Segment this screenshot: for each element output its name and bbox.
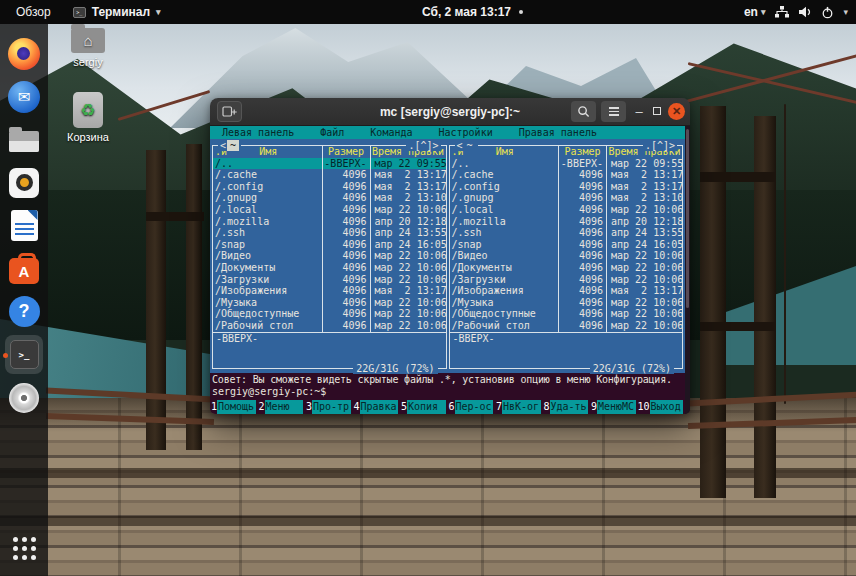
maximize-icon <box>653 107 661 115</box>
file-row[interactable]: /.. -ВВЕРХ- мар 22 09:55 <box>213 158 446 170</box>
dock-item-firefox[interactable] <box>2 32 46 75</box>
function-key-button[interactable]: 4 Правка <box>353 400 401 414</box>
show-applications-button[interactable] <box>2 527 46 570</box>
app-menu[interactable]: >_ Терминал ▾ <box>73 5 161 19</box>
bridge-crossbar <box>700 172 776 182</box>
new-tab-button[interactable] <box>217 101 242 122</box>
home-folder-label: sergiy <box>56 56 120 68</box>
current-dir-tab[interactable]: ~ <box>464 140 476 151</box>
file-row[interactable]: /Изображения 4096 мая 2 13:17 <box>213 285 446 297</box>
file-row[interactable]: /Загрузки 4096 мар 22 10:06 <box>213 274 446 286</box>
function-key-button[interactable]: 9 МенюМС <box>590 400 638 414</box>
bridge-crossbar <box>700 322 776 331</box>
trash-icon: ♻ <box>73 92 103 128</box>
close-button[interactable]: ✕ <box>668 103 685 120</box>
file-row[interactable]: /Рабочий стол 4096 мар 22 10:06 <box>450 320 683 332</box>
dock-item-ubuntu-software[interactable]: A <box>2 247 46 290</box>
file-list: /.. -ВВЕРХ- мар 22 09:55 /.cache 4096 ма… <box>213 158 446 332</box>
file-row[interactable]: /Видео 4096 мар 22 10:06 <box>450 250 683 262</box>
file-row[interactable]: /.mozilla 4096 апр 20 12:18 <box>450 216 683 228</box>
bridge-cable <box>784 104 786 404</box>
mc-menu-item[interactable]: Файл <box>320 126 344 139</box>
rhythmbox-icon <box>9 168 39 198</box>
dock-item-terminal[interactable]: >_ <box>2 333 46 376</box>
window-title: mc [sergiy@sergiy-pc]:~ <box>380 105 520 119</box>
minimize-button[interactable]: – <box>630 102 648 120</box>
panel-right-marker[interactable]: .[^]> <box>643 140 677 151</box>
function-key-button[interactable]: 3 Про-тр <box>305 400 353 414</box>
file-row[interactable]: /Загрузки 4096 мар 22 10:06 <box>450 274 683 286</box>
power-icon <box>821 6 834 19</box>
function-key-button[interactable]: 2 Меню <box>258 400 306 414</box>
terminal-scrollbar[interactable] <box>685 126 690 414</box>
file-row[interactable]: /.config 4096 мая 2 13:17 <box>213 181 446 193</box>
chevron-down-icon: ▾ <box>843 7 848 17</box>
file-row[interactable]: /Музыка 4096 мар 22 10:06 <box>450 297 683 309</box>
mc-menu-item[interactable]: Настройки <box>439 126 493 139</box>
file-row[interactable]: /.. -ВВЕРХ- мар 22 09:55 <box>450 158 683 170</box>
file-row[interactable]: /.config 4096 мая 2 13:17 <box>450 181 683 193</box>
file-row[interactable]: /Общедоступные 4096 мар 22 10:06 <box>213 308 446 320</box>
file-row[interactable]: /.cache 4096 мая 2 13:17 <box>450 169 683 181</box>
activities-button[interactable]: Обзор <box>16 5 51 19</box>
mc-menu-item[interactable]: Левая панель <box>222 126 294 139</box>
dock-item-libreoffice-writer[interactable] <box>2 204 46 247</box>
current-dir-tab[interactable]: ~ <box>227 140 239 151</box>
file-row[interactable]: /Музыка 4096 мар 22 10:06 <box>213 297 446 309</box>
clock[interactable]: Сб, 2 мая 13:17 <box>422 0 523 24</box>
file-row[interactable]: /Рабочий стол 4096 мар 22 10:06 <box>213 320 446 332</box>
file-row[interactable]: /.gnupg 4096 мая 2 13:10 <box>450 192 683 204</box>
file-row[interactable]: /.cache 4096 мая 2 13:17 <box>213 169 446 181</box>
file-row[interactable]: /.ssh 4096 апр 24 13:55 <box>213 227 446 239</box>
function-key-button[interactable]: 6 Пер-ос <box>448 400 496 414</box>
maximize-button[interactable] <box>648 102 666 120</box>
panel-left-marker[interactable]: < <box>220 140 226 151</box>
system-status-area[interactable]: ▾ <box>775 6 848 19</box>
panel-left-marker[interactable]: < <box>457 140 463 151</box>
panel-right-marker[interactable]: .[^]> <box>406 140 440 151</box>
function-key-button[interactable]: 10 Выход <box>638 400 686 414</box>
file-row[interactable]: /Видео 4096 мар 22 10:06 <box>213 250 446 262</box>
desktop-icon-trash[interactable]: ♻ Корзина <box>56 92 120 143</box>
mc-menu-item[interactable]: Правая панель <box>519 126 597 139</box>
dock-item-rhythmbox[interactable] <box>2 161 46 204</box>
function-key-button[interactable]: 1 Помощь <box>210 400 258 414</box>
top-bar: Обзор >_ Терминал ▾ Сб, 2 мая 13:17 en ▾… <box>0 0 856 24</box>
app-grid-icon <box>13 537 36 560</box>
deck-beam <box>0 516 856 526</box>
file-row[interactable]: /.mozilla 4096 апр 20 12:18 <box>213 216 446 228</box>
file-row[interactable]: /Документы 4096 мар 22 10:06 <box>213 262 446 274</box>
function-key-button[interactable]: 7 НвК-ог <box>495 400 543 414</box>
function-key-button[interactable]: 5 Копия <box>400 400 448 414</box>
libreoffice-writer-icon <box>11 210 38 241</box>
file-row[interactable]: /snap 4096 апр 24 16:05 <box>450 239 683 251</box>
column-size[interactable]: Размер <box>322 146 370 158</box>
function-key-button[interactable]: 8 Уда-ть <box>543 400 591 414</box>
dock-item-disc[interactable] <box>2 376 46 419</box>
desktop: Обзор >_ Терминал ▾ Сб, 2 мая 13:17 en ▾… <box>0 0 856 576</box>
dock-item-help[interactable]: ? <box>2 290 46 333</box>
file-row[interactable]: /snap 4096 апр 24 16:05 <box>213 239 446 251</box>
dock-item-files[interactable] <box>2 118 46 161</box>
keyboard-layout-indicator[interactable]: en ▾ <box>744 5 766 19</box>
mc-panels: < ~ .[^]> .иИмя Размер Время правки /.. … <box>210 139 685 373</box>
terminal-app-icon: >_ <box>73 7 86 18</box>
file-row[interactable]: /Общедоступные 4096 мар 22 10:06 <box>450 308 683 320</box>
file-row[interactable]: /Документы 4096 мар 22 10:06 <box>450 262 683 274</box>
dock-item-thunderbird[interactable]: ✉ <box>2 75 46 118</box>
file-row[interactable]: /.local 4096 мар 22 10:06 <box>213 204 446 216</box>
bridge-post <box>700 106 726 498</box>
column-size[interactable]: Размер <box>558 146 606 158</box>
mc-menu-item[interactable]: Команда <box>370 126 412 139</box>
file-row[interactable]: /.ssh 4096 апр 24 13:55 <box>450 227 683 239</box>
desktop-icon-home[interactable]: ⌂ sergiy <box>56 28 120 68</box>
search-button[interactable] <box>571 101 596 122</box>
scrollbar-thumb[interactable] <box>686 129 689 308</box>
command-prompt[interactable]: sergiy@sergiy-pc:~$ <box>210 386 685 398</box>
file-row[interactable]: /.local 4096 мар 22 10:06 <box>450 204 683 216</box>
ubuntu-software-icon: A <box>9 258 39 284</box>
window-titlebar[interactable]: mc [sergiy@sergiy-pc]:~ – ✕ <box>210 98 690 126</box>
menu-button[interactable] <box>601 101 626 122</box>
file-row[interactable]: /.gnupg 4096 мая 2 13:10 <box>213 192 446 204</box>
file-row[interactable]: /Изображения 4096 мая 2 13:17 <box>450 285 683 297</box>
